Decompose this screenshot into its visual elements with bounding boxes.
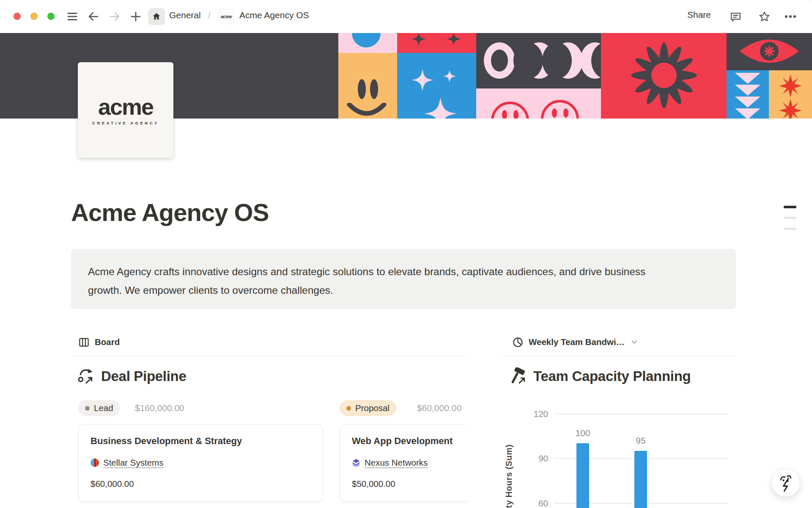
smile-shape	[347, 103, 387, 119]
workspace-logo-card: acme CREATIVE AGENCY	[78, 62, 173, 158]
outline-indicator-line[interactable]	[784, 206, 796, 208]
starburst-shape	[779, 99, 802, 119]
traffic-light-minimize-button[interactable]	[30, 13, 38, 20]
blue-circle-shape	[352, 33, 381, 47]
status-dot	[85, 406, 90, 411]
card-client-row: Stellar Systems	[91, 458, 310, 468]
card-amount: $50,000.00	[352, 479, 467, 489]
cover-tile-triangles	[727, 70, 769, 119]
cover-tile-oddc	[476, 33, 601, 88]
deal-pipeline-title: Deal Pipeline	[101, 368, 187, 384]
card-title: Business Development & Strategy	[91, 436, 310, 447]
cover-tile-flower	[601, 33, 727, 119]
section-divider	[501, 356, 736, 356]
bar-value-label: 95	[627, 436, 655, 446]
oddc-o-shape	[484, 42, 515, 79]
card-amount: $60,000.00	[91, 479, 310, 489]
status-pill-lead[interactable]: Lead	[78, 400, 120, 416]
app-window: General / acme Acme Agency OS Share	[0, 0, 812, 508]
gridline	[555, 414, 728, 414]
share-button[interactable]: Share	[687, 10, 711, 20]
toolbar: General / acme Acme Agency OS Share	[0, 0, 812, 33]
team-capacity-heading: Team Capacity Planning	[510, 366, 691, 387]
notion-ai-button[interactable]	[771, 468, 800, 497]
board-view-tab[interactable]: Board	[78, 334, 120, 350]
logo-subtitle: CREATIVE AGENCY	[92, 121, 159, 125]
flower-shape	[628, 39, 700, 111]
home-button[interactable]	[148, 8, 165, 25]
callout-text: Acme Agency crafts innovative designs an…	[71, 249, 736, 300]
cover-tile-starbursts	[769, 70, 812, 119]
nexus-networks-favicon-icon	[352, 458, 360, 467]
column-total: $160,000.00	[135, 403, 184, 413]
callout-block: Acme Agency crafts innovative designs an…	[71, 249, 736, 309]
comment-icon	[729, 10, 742, 23]
starburst-shape	[779, 75, 802, 97]
cover-tile-blue-sparkles	[397, 53, 476, 119]
comments-button[interactable]	[728, 9, 743, 24]
bar-value-label: 100	[569, 428, 597, 438]
deal-card[interactable]: Business Development & Strategy Stellar …	[78, 424, 323, 502]
traffic-light-close-button[interactable]	[14, 13, 21, 20]
cover-tile-eye	[727, 33, 812, 70]
board-view-label: Board	[95, 337, 120, 347]
pipeline-icon	[77, 367, 95, 385]
section-divider	[71, 356, 467, 356]
sidebar-menu-button[interactable]	[65, 9, 80, 24]
card-title: Web App Development	[352, 436, 467, 447]
board-icon	[78, 337, 90, 348]
deal-card[interactable]: Web App Development Nexus Networks $50,0…	[340, 424, 467, 502]
traffic-light-zoom-button[interactable]	[47, 13, 55, 20]
status-dot	[346, 406, 351, 411]
chart-view-dropdown[interactable]: Weekly Team Bandwi…	[512, 334, 639, 350]
hamburger-icon	[66, 10, 79, 23]
clock-icon	[512, 337, 524, 348]
breadcrumb-separator: /	[208, 10, 211, 20]
new-page-button[interactable]	[129, 9, 143, 24]
cover-tile-pink-circle	[338, 33, 397, 53]
team-capacity-title: Team Capacity Planning	[533, 368, 691, 384]
breadcrumb-workspace[interactable]: General	[169, 10, 201, 20]
arrow-left-icon	[87, 10, 100, 23]
breadcrumb-page-icon: acme	[219, 9, 234, 24]
back-button[interactable]	[86, 9, 101, 24]
card-client-row: Nexus Networks	[352, 458, 467, 468]
cover-tile-red-sparkles	[397, 33, 476, 53]
cover-tile-smiley	[338, 53, 397, 119]
more-options-button[interactable]	[783, 9, 798, 24]
outline-indicator-line[interactable]	[784, 217, 796, 219]
status-label: Proposal	[355, 403, 390, 413]
page-title: Acme Agency OS	[71, 198, 269, 226]
stellar-systems-favicon-icon	[91, 458, 99, 467]
deal-pipeline-heading: Deal Pipeline	[77, 366, 187, 387]
cover-tile-pink-smileys	[476, 88, 601, 119]
hammer-icon	[510, 367, 527, 385]
ellipsis-icon	[783, 9, 798, 24]
star-icon	[758, 10, 771, 23]
eye-shape	[738, 37, 801, 65]
capacity-bar[interactable]	[576, 443, 589, 508]
status-pill-proposal[interactable]: Proposal	[340, 400, 396, 416]
outline-indicator-line[interactable]	[784, 228, 796, 230]
ai-face-icon	[778, 473, 794, 492]
breadcrumb-page-title[interactable]: Acme Agency OS	[239, 10, 309, 20]
column-total: $60,000.00	[417, 403, 461, 413]
y-axis-title: ty Hours (Sum)	[504, 423, 514, 508]
y-tick-label: 90	[520, 453, 548, 464]
forward-button[interactable]	[107, 9, 122, 24]
kanban-board: Lead $160,000.00 Business Development & …	[71, 394, 467, 508]
status-label: Lead	[94, 403, 113, 413]
chart-view-label: Weekly Team Bandwi…	[529, 337, 625, 347]
client-link[interactable]: Nexus Networks	[365, 458, 428, 468]
home-icon	[152, 12, 161, 21]
chevron-down-icon	[630, 337, 639, 347]
y-tick-label: 120	[520, 409, 548, 419]
oddc-crescent-shape	[553, 42, 583, 79]
logo-text: acme	[98, 95, 153, 118]
plus-icon	[129, 10, 142, 23]
y-tick-label: 60	[520, 498, 548, 508]
favorite-button[interactable]	[757, 9, 771, 24]
capacity-bar[interactable]	[634, 451, 647, 508]
smiley-outlines-shape	[485, 93, 595, 119]
client-link[interactable]: Stellar Systems	[103, 458, 163, 468]
